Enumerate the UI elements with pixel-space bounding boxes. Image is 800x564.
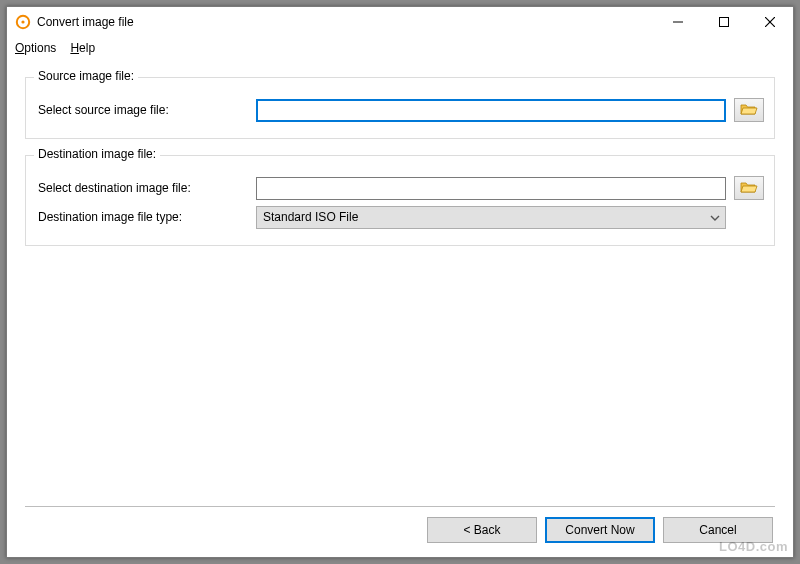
window-controls bbox=[655, 7, 793, 36]
back-button[interactable]: < Back bbox=[427, 517, 537, 543]
minimize-button[interactable] bbox=[655, 7, 701, 36]
app-icon bbox=[15, 14, 31, 30]
destination-file-input[interactable] bbox=[256, 177, 726, 200]
cancel-button[interactable]: Cancel bbox=[663, 517, 773, 543]
separator bbox=[25, 506, 775, 507]
convert-now-button[interactable]: Convert Now bbox=[545, 517, 655, 543]
maximize-button[interactable] bbox=[701, 7, 747, 36]
window-frame: Convert image file Options Help Source i… bbox=[6, 6, 794, 558]
titlebar[interactable]: Convert image file bbox=[7, 7, 793, 37]
destination-type-select[interactable]: Standard ISO File bbox=[256, 206, 726, 229]
source-file-input[interactable] bbox=[256, 99, 726, 122]
label-source-file: Select source image file: bbox=[36, 103, 256, 117]
group-source: Source image file: Select source image f… bbox=[25, 77, 775, 139]
menu-options[interactable]: Options bbox=[15, 41, 56, 55]
row-destination-type: Destination image file type: Standard IS… bbox=[36, 204, 764, 230]
folder-open-icon bbox=[740, 180, 758, 197]
window-title: Convert image file bbox=[37, 14, 655, 29]
svg-rect-3 bbox=[720, 17, 729, 26]
group-destination: Destination image file: Select destinati… bbox=[25, 155, 775, 246]
browse-source-button[interactable] bbox=[734, 98, 764, 122]
client-area: Source image file: Select source image f… bbox=[7, 59, 793, 557]
close-button[interactable] bbox=[747, 7, 793, 36]
spacer bbox=[23, 252, 777, 506]
group-source-legend: Source image file: bbox=[34, 69, 138, 83]
dialog-buttons: < Back Convert Now Cancel bbox=[23, 517, 777, 545]
destination-type-value: Standard ISO File bbox=[256, 206, 726, 229]
browse-destination-button[interactable] bbox=[734, 176, 764, 200]
folder-open-icon bbox=[740, 102, 758, 119]
label-destination-file: Select destination image file: bbox=[36, 181, 256, 195]
menubar: Options Help bbox=[7, 37, 793, 59]
row-source-file: Select source image file: bbox=[36, 97, 764, 123]
group-destination-legend: Destination image file: bbox=[34, 147, 160, 161]
svg-point-1 bbox=[21, 20, 24, 23]
label-destination-type: Destination image file type: bbox=[36, 210, 256, 224]
row-destination-file: Select destination image file: bbox=[36, 175, 764, 201]
menu-help[interactable]: Help bbox=[70, 41, 95, 55]
